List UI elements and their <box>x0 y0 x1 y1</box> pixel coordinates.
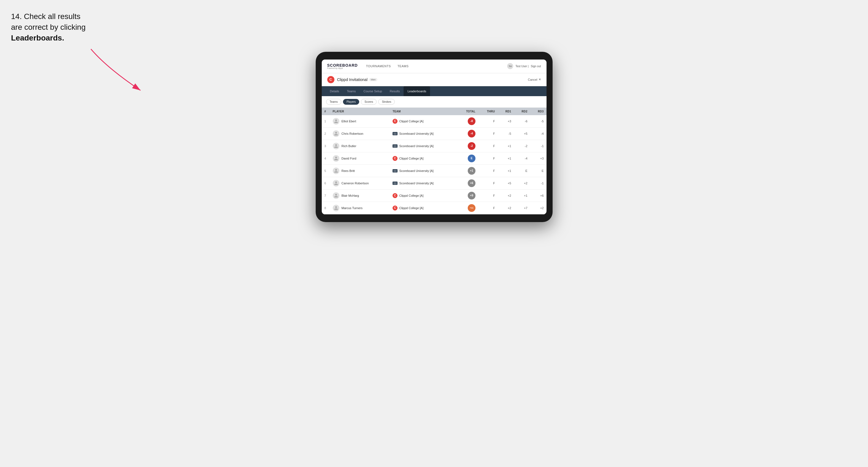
cell-team: CClippd College [A] <box>390 189 457 202</box>
cell-thru: F <box>478 177 498 189</box>
team-name: Scoreboard University [A] <box>399 144 434 148</box>
tab-leaderboards[interactable]: Leaderboards <box>404 86 430 96</box>
cell-thru: F <box>478 164 498 177</box>
tab-teams[interactable]: Teams <box>343 86 360 96</box>
cell-rank: 3 <box>322 140 330 152</box>
score-badge: -4 <box>468 130 475 137</box>
user-name: Test User | <box>516 65 529 68</box>
cancel-icon: ✕ <box>538 78 541 81</box>
tab-course-setup[interactable]: Course Setup <box>360 86 386 96</box>
leaderboard-table: # PLAYER TEAM TOTAL THRU RD1 RD2 RD3 1El… <box>322 108 547 214</box>
filter-bar: Teams Players Scores Strokes <box>322 96 547 108</box>
team-logo <box>393 169 398 173</box>
player-name: Cameron Robertson <box>342 182 369 185</box>
filter-players[interactable]: Players <box>343 99 359 105</box>
cell-total: +6 <box>457 177 478 189</box>
cell-player: Rees Britt <box>330 164 390 177</box>
cell-total: +9 <box>457 189 478 202</box>
cell-thru: F <box>478 115 498 128</box>
cell-player: Elliot Ebert <box>330 115 390 128</box>
cell-rank: 7 <box>322 189 330 202</box>
cell-rd1: +5 <box>498 177 514 189</box>
cell-rd3: -5 <box>530 115 547 128</box>
team-name: Scoreboard University [A] <box>399 132 434 135</box>
table-row: 1Elliot EbertCClippd College [A]-8F+3-6-… <box>322 115 547 128</box>
player-name: Chris Robertson <box>342 132 363 135</box>
team-logo: C <box>393 156 398 161</box>
col-header-rd2: RD2 <box>514 108 530 115</box>
tablet-frame: SCOREBOARD Powered by clippd TOURNAMENTS… <box>316 52 553 222</box>
table-row: 8Marcus TurnersCClippd College [A]+11F+2… <box>322 202 547 214</box>
cell-team: CClippd College [A] <box>390 152 457 164</box>
instruction-line1: 14. Check all results <box>11 12 81 21</box>
sign-out-link[interactable]: Sign out <box>531 65 541 68</box>
tab-results[interactable]: Results <box>386 86 404 96</box>
col-header-thru: THRU <box>478 108 498 115</box>
cell-rd1: +1 <box>498 152 514 164</box>
cell-team: Scoreboard University [A] <box>390 127 457 140</box>
score-badge: +1 <box>468 167 475 175</box>
tournament-logo: C <box>327 76 334 83</box>
filter-teams[interactable]: Teams <box>326 99 341 105</box>
nav-links: TOURNAMENTS TEAMS <box>366 64 507 68</box>
instruction-line3: Leaderboards. <box>11 34 64 42</box>
score-badge: -8 <box>468 117 475 125</box>
player-avatar <box>333 118 339 125</box>
player-name: David Ford <box>342 157 356 160</box>
player-name: Rees Britt <box>342 169 355 173</box>
cell-rd2: +2 <box>514 177 530 189</box>
team-logo <box>393 132 398 135</box>
logo-area: SCOREBOARD Powered by clippd <box>327 63 358 69</box>
team-name: Clippd College [A] <box>399 157 424 160</box>
col-header-player: PLAYER <box>330 108 390 115</box>
col-header-rd1: RD1 <box>498 108 514 115</box>
cell-rank: 8 <box>322 202 330 214</box>
logo-text: SCOREBOARD <box>327 63 358 67</box>
nav-bar: SCOREBOARD Powered by clippd TOURNAMENTS… <box>322 60 547 73</box>
cell-rd2: +7 <box>514 202 530 214</box>
team-logo <box>393 144 398 148</box>
filter-strokes[interactable]: Strokes <box>378 99 395 105</box>
cell-total: -4 <box>457 127 478 140</box>
player-name: Elliot Ebert <box>342 120 356 123</box>
team-logo <box>393 182 398 185</box>
cell-rd2: E <box>514 164 530 177</box>
nav-link-teams[interactable]: TEAMS <box>398 64 408 68</box>
table-row: 6Cameron RobertsonScoreboard University … <box>322 177 547 189</box>
player-avatar <box>333 155 339 162</box>
cell-rd1: +2 <box>498 189 514 202</box>
cell-player: Chris Robertson <box>330 127 390 140</box>
tournament-badge: Men <box>369 78 377 81</box>
cell-thru: F <box>478 189 498 202</box>
player-avatar <box>333 143 339 149</box>
tab-details[interactable]: Details <box>326 86 343 96</box>
nav-link-tournaments[interactable]: TOURNAMENTS <box>366 64 391 68</box>
user-avatar: TU <box>507 63 513 69</box>
table-row: 3Rich ButlerScoreboard University [A]-2F… <box>322 140 547 152</box>
col-header-team: TEAM <box>390 108 457 115</box>
cell-rd1: +1 <box>498 164 514 177</box>
cell-total: +1 <box>457 164 478 177</box>
cell-rd3: +3 <box>530 152 547 164</box>
cell-rd1: +3 <box>498 115 514 128</box>
logo-sub: Powered by clippd <box>327 67 358 69</box>
player-avatar <box>333 192 339 199</box>
cell-rd3: +6 <box>530 189 547 202</box>
cell-rank: 1 <box>322 115 330 128</box>
cell-total: E <box>457 152 478 164</box>
cell-rd3: E <box>530 164 547 177</box>
cell-player: Cameron Robertson <box>330 177 390 189</box>
cell-team: CClippd College [A] <box>390 202 457 214</box>
cell-team: Scoreboard University [A] <box>390 140 457 152</box>
score-badge: E <box>468 155 475 162</box>
cancel-button[interactable]: Cancel ✕ <box>528 78 541 81</box>
player-avatar <box>333 205 339 211</box>
cell-player: Blair McHarg <box>330 189 390 202</box>
score-badge: +9 <box>468 192 475 199</box>
nav-right: TU Test User | Sign out <box>507 63 541 69</box>
tab-bar: Details Teams Course Setup Results Leade… <box>322 86 547 96</box>
cell-rd1: +2 <box>498 202 514 214</box>
team-logo: C <box>393 119 398 124</box>
filter-scores[interactable]: Scores <box>361 99 377 105</box>
player-avatar <box>333 180 339 187</box>
